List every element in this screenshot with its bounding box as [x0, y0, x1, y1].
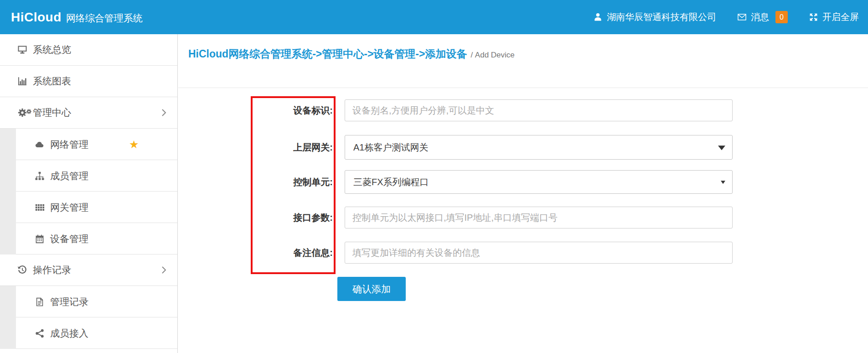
app-logo-brand: HiCloud [11, 10, 62, 25]
breadcrumb-path: HiCloud网络综合管理系统->管理中心->设备管理->添加设备 [188, 48, 467, 60]
sidebar-item-gateway-management[interactable]: 网关管理 [0, 192, 177, 223]
sidebar-item-member-management[interactable]: 成员管理 [0, 160, 177, 192]
messages-menu[interactable]: 消息 0 [737, 11, 788, 23]
desktop-icon [16, 45, 29, 55]
device-id-input[interactable] [345, 99, 733, 121]
upper-gateway-selected-value: A1栋客户测试网关 [353, 141, 428, 154]
messages-count-badge: 0 [775, 11, 788, 23]
sidebar-item-label: 系统图表 [33, 75, 71, 88]
chevron-right-icon [161, 109, 166, 117]
share-icon [33, 328, 46, 338]
fullscreen-button[interactable]: 开启全屏 [809, 11, 859, 23]
company-name: 湖南华辰智通科技有限公司 [607, 11, 716, 23]
envelope-icon [737, 12, 747, 22]
main-content: HiCloud网络综合管理系统->管理中心->设备管理->添加设备/ Add D… [178, 34, 868, 353]
breadcrumb-suffix: / Add Device [470, 51, 514, 59]
control-unit-selected-value: 三菱FX系列编程口 [353, 176, 429, 188]
sidebar-item-management-records[interactable]: 管理记录 [0, 286, 177, 317]
chevron-right-icon [161, 266, 166, 274]
sidebar-menu: 系统总览 系统图表 管理中心 网络管理 ★ [0, 34, 177, 349]
caret-down-icon [721, 181, 725, 184]
account-menu[interactable]: 湖南华辰智通科技有限公司 [593, 11, 716, 23]
gears-icon [16, 108, 29, 118]
sidebar-item-label: 成员管理 [50, 170, 88, 182]
sidebar-item-operation-records[interactable]: 操作记录 [0, 254, 177, 286]
sidebar-item-network-management[interactable]: 网络管理 ★ [0, 129, 177, 160]
sidebar-item-label: 系统总览 [33, 43, 71, 56]
sidebar-item-label: 管理记录 [50, 296, 88, 308]
app-logo-subtitle: 网络综合管理系统 [66, 12, 143, 25]
sitemap-icon [33, 171, 46, 181]
app-logo: HiCloud 网络综合管理系统 [11, 10, 143, 25]
history-icon [16, 265, 29, 275]
sidebar-item-label: 成员接入 [50, 327, 88, 340]
sidebar-item-label: 网关管理 [50, 201, 88, 214]
content-divider [178, 88, 868, 88]
top-header: HiCloud 网络综合管理系统 湖南华辰智通科技有限公司 消息 0 开启全屏 [0, 0, 868, 34]
calendar-icon [33, 234, 46, 244]
cloud-icon [33, 140, 46, 150]
sidebar-item-management-center[interactable]: 管理中心 [0, 97, 177, 129]
messages-label: 消息 [751, 11, 769, 23]
form-row-control-unit: 控制单元: 三菱FX系列编程口 [345, 170, 733, 194]
fullscreen-icon [809, 12, 818, 22]
form-row-interface-params: 接口参数: [345, 207, 733, 228]
control-unit-select[interactable]: 三菱FX系列编程口 [345, 170, 733, 194]
sidebar: 系统总览 系统图表 管理中心 网络管理 ★ [0, 34, 178, 353]
bar-chart-icon [16, 76, 29, 86]
form-row-device-id: 设备标识: [345, 99, 733, 121]
confirm-add-button[interactable]: 确认添加 [337, 277, 406, 301]
upper-gateway-label: 上层网关: [293, 135, 333, 160]
device-id-label: 设备标识: [293, 99, 333, 121]
remark-info-input[interactable] [345, 242, 733, 264]
breadcrumb: HiCloud网络综合管理系统->管理中心->设备管理->添加设备/ Add D… [188, 47, 515, 61]
grid-icon [33, 202, 46, 213]
sidebar-item-system-overview[interactable]: 系统总览 [0, 34, 177, 66]
sidebar-item-label: 管理中心 [33, 106, 71, 119]
sidebar-item-device-management[interactable]: 设备管理 [0, 223, 177, 254]
header-actions: 湖南华辰智通科技有限公司 消息 0 开启全屏 [593, 11, 859, 23]
interface-params-label: 接口参数: [293, 207, 333, 228]
form-row-remark-info: 备注信息: [345, 242, 733, 264]
sidebar-item-label: 操作记录 [33, 264, 71, 276]
control-unit-label: 控制单元: [293, 170, 333, 194]
sidebar-item-label: 设备管理 [50, 233, 88, 245]
sidebar-item-member-access[interactable]: 成员接入 [0, 317, 177, 349]
fullscreen-label: 开启全屏 [822, 11, 859, 23]
sidebar-item-label: 网络管理 [50, 138, 88, 151]
remark-info-label: 备注信息: [293, 242, 333, 264]
interface-params-input[interactable] [345, 207, 733, 228]
star-icon: ★ [129, 139, 139, 150]
sidebar-item-system-charts[interactable]: 系统图表 [0, 66, 177, 97]
document-icon [33, 297, 46, 307]
add-device-form: 设备标识: 上层网关: A1栋客户测试网关 控制单元: 三菱FX系列编程口 接口… [345, 99, 733, 301]
upper-gateway-select[interactable]: A1栋客户测试网关 [345, 135, 733, 160]
small-gear-icon [26, 106, 32, 117]
form-row-upper-gateway: 上层网关: A1栋客户测试网关 [345, 135, 733, 160]
caret-down-icon [718, 145, 725, 150]
user-icon [593, 12, 603, 22]
